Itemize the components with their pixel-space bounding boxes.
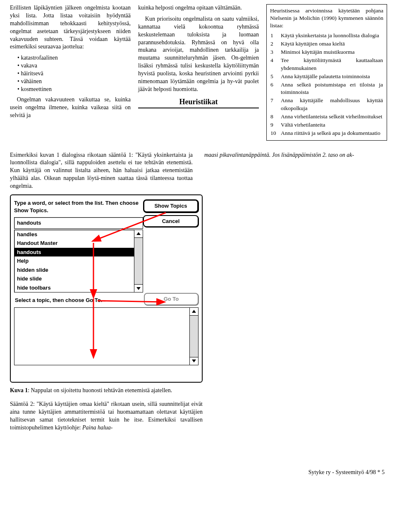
list-item-selected[interactable]: handouts bbox=[14, 248, 134, 257]
goto-button[interactable]: Go To bbox=[144, 293, 198, 305]
top-columns: Erillisten läpikäyntien jälkeen ongelmis… bbox=[10, 4, 387, 141]
results-area[interactable] bbox=[14, 307, 198, 365]
list-item: 3Minimoi käyttäjän muistikuorma bbox=[270, 48, 383, 56]
page-footer: Sytyke ry - Systeemityö 4/98 * 5 bbox=[10, 469, 387, 477]
figure-caption: Kuva 1: Nappulat on sijoitettu huonosti … bbox=[10, 387, 203, 395]
heuristics-list: 1Käytä yksinkertaista ja luonnollista di… bbox=[270, 31, 383, 138]
scroll-down-icon[interactable] bbox=[134, 284, 143, 292]
list-item: 10Anna riittävä ja selkeä apu ja dokumen… bbox=[270, 129, 383, 137]
severity-bullets: katastrofaalinen vakava häiritsevä vähäi… bbox=[17, 54, 131, 93]
column-1: Erillisten läpikäyntien jälkeen ongelmis… bbox=[10, 4, 131, 141]
list-item[interactable]: Help bbox=[14, 256, 134, 266]
list-item: 1Käytä yksinkertaista ja luonnollista di… bbox=[270, 31, 383, 40]
dialog-instruction-sub: Select a topic, then choose Go To. bbox=[15, 297, 141, 304]
scrollbar[interactable] bbox=[189, 308, 198, 365]
col1-p1: Erillisten läpikäyntien jälkeen ongelmis… bbox=[10, 4, 131, 51]
scrollbar[interactable] bbox=[134, 230, 143, 292]
list-item[interactable]: Handout Master bbox=[14, 239, 134, 248]
dialog-instruction-top: Type a word, or select from the list. Th… bbox=[14, 199, 141, 214]
list-item[interactable]: hide toolbars bbox=[14, 283, 134, 292]
list-item: 5Anna käyttäjälle palautetta toiminnoist… bbox=[270, 72, 383, 81]
list-item[interactable]: hidden slide bbox=[14, 266, 134, 275]
middle-columns: Esimerkiksi kuvan 1 dialogissa rikotaan … bbox=[10, 151, 387, 190]
scroll-up-icon[interactable] bbox=[190, 308, 198, 316]
bullet-item: kosmeettinen bbox=[17, 86, 131, 93]
list-item: 4Tee käyttöliittymästä kauttaaltaan yhde… bbox=[270, 56, 383, 72]
list-item: 8Anna virhetilanteista selkeät virheilmo… bbox=[270, 113, 383, 121]
heuristics-box: Heuristisessa arvioinnissa käytetään poh… bbox=[266, 4, 387, 141]
dialog-box: Type a word, or select from the list. Th… bbox=[10, 194, 203, 383]
list-item: 2Käytä käyttäjien omaa kieltä bbox=[270, 40, 383, 48]
col1-p2: Ongelman vakavuuteen vaikuttaa se, kuink… bbox=[10, 96, 131, 120]
heuristiikat-heading: Heuristiikat bbox=[138, 97, 259, 107]
bullet-item: katastrofaalinen bbox=[17, 54, 131, 62]
search-input[interactable]: handouts bbox=[14, 217, 143, 229]
cancel-button[interactable]: Cancel bbox=[143, 215, 198, 228]
mid-right-para: maasi pikavalintanäppäintä. Jos lisänäpp… bbox=[204, 151, 387, 190]
list-item[interactable]: handles bbox=[14, 230, 134, 239]
scroll-up-icon[interactable] bbox=[134, 230, 143, 238]
list-item: 7Anna käyttäjälle mahdollisuus käyttää o… bbox=[270, 96, 383, 112]
after-caption-para: Sääntöä 2: "Käytä käyttäjien omaa kieltä… bbox=[10, 400, 203, 432]
show-topics-button[interactable]: Show Topics bbox=[143, 199, 198, 213]
col2-p1: kuinka helposti ongelma opitaan välttämä… bbox=[138, 4, 259, 12]
bullet-item: vakava bbox=[17, 62, 131, 70]
caption-text: : Nappulat on sijoitettu huonosti tehtäv… bbox=[28, 387, 172, 393]
mid-left-para: Esimerkiksi kuvan 1 dialogissa rikotaan … bbox=[10, 151, 193, 190]
column-3: Heuristisessa arvioinnissa käytetään poh… bbox=[266, 4, 387, 141]
heuristics-lead: Heuristisessa arvioinnissa käytetään poh… bbox=[270, 7, 383, 30]
col2-p2: Kun priorisoitu ongelmalista on saatu va… bbox=[138, 15, 259, 93]
column-2: kuinka helposti ongelma opitaan välttämä… bbox=[138, 4, 259, 141]
figure-1: Type a word, or select from the list. Th… bbox=[10, 194, 203, 395]
scroll-down-icon[interactable] bbox=[190, 357, 198, 365]
list-item: 6Anna selkeä poistumistapa eri tiloista … bbox=[270, 81, 383, 96]
heading-underline bbox=[138, 108, 259, 108]
caption-label: Kuva 1 bbox=[10, 387, 28, 393]
bullet-item: vähäinen bbox=[17, 78, 131, 86]
list-item[interactable]: hide slide bbox=[14, 274, 134, 283]
list-item: 9Vältä virhetilanteita bbox=[270, 121, 383, 129]
topic-list[interactable]: handles Handout Master handouts Help hid… bbox=[14, 230, 143, 293]
bullet-item: häiritsevä bbox=[17, 70, 131, 78]
